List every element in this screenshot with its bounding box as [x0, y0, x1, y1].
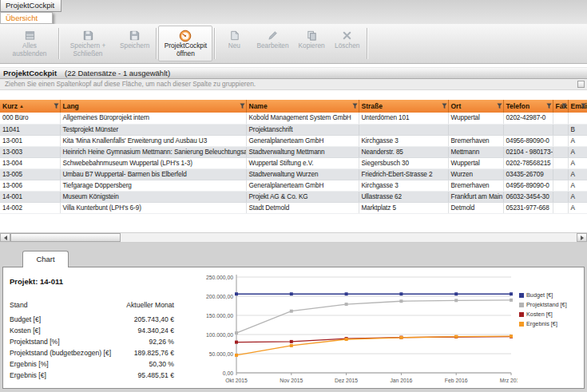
- horizontal-scrollbar[interactable]: [0, 232, 587, 243]
- column-header-kurz[interactable]: Kurz▲: [0, 100, 60, 113]
- cell-strasse: Kirchgasse 3: [359, 135, 448, 146]
- cell-ort: Bremerhaven: [448, 180, 503, 191]
- cell-telefon: 0202-78568215: [503, 157, 553, 168]
- cell-kurz: 14-001: [0, 191, 60, 202]
- table-row[interactable]: 13-001Kita 'Mina Knallenfalls' Erweiteru…: [0, 135, 587, 146]
- column-header-email[interactable]: Email: [568, 100, 587, 113]
- scroll-left-button[interactable]: [0, 233, 10, 242]
- cell-email: A: [568, 191, 587, 202]
- table-row[interactable]: 000 BüroAllgemeines Büroprojekt internKo…: [0, 113, 587, 124]
- toolbar-button-alles-ausblenden: Alles ausblenden: [2, 26, 57, 61]
- column-header-label: Lang: [63, 102, 79, 110]
- stats-label: Ergebnis [€]: [10, 371, 46, 379]
- toolbar-button-label: Bearbeiten: [256, 42, 288, 50]
- table-row[interactable]: 14-001Museum KönigsteinProjekt AG & Co. …: [0, 191, 587, 202]
- cell-ort: Mettmann: [448, 146, 503, 157]
- toolbar-button-l-schen: Löschen: [330, 26, 365, 61]
- cell-telefon: 03435-26709: [503, 168, 553, 180]
- cell-fax: [553, 124, 568, 135]
- cell-name: Stadtverwaltung Mettmann: [246, 146, 359, 157]
- toolbar-separator: [156, 28, 157, 59]
- column-header-name[interactable]: Name: [246, 100, 359, 113]
- cell-ort: Frankfurt am Main: [448, 191, 503, 202]
- toolbar-separator: [367, 28, 367, 59]
- cell-strasse: Marktplatz 5: [359, 202, 448, 213]
- chart-area: 0,0050.000,00100.000,00150.000,00200.000…: [193, 272, 582, 386]
- stats-value: 95.485,51 €: [138, 371, 174, 379]
- cell-ort: Wuppertal: [448, 113, 503, 124]
- toolbar-button-label: ProjektCockpit öffnen: [163, 42, 208, 57]
- toolbar-button-projektcockpit-ffnen[interactable]: ProjektCockpit öffnen: [158, 26, 212, 61]
- column-header-telefon[interactable]: Telefon: [503, 100, 553, 113]
- cell-email: A: [568, 157, 587, 168]
- menu-item-uebersicht[interactable]: Übersicht: [0, 12, 53, 24]
- table-row[interactable]: 13-005Umbau B7 Wuppertal- Barmen bis Elb…: [0, 168, 587, 180]
- cell-telefon: 05231-977-668: [503, 202, 553, 213]
- filter-funnel-icon[interactable]: [54, 103, 59, 109]
- table-row[interactable]: 13-004Schwebebahnmuseum Wuppertal (LPH's…: [0, 157, 587, 168]
- cell-name: Generalplanerteam GmbH: [246, 135, 359, 146]
- toolbar-button-speichern-schlie-en: Speichern + Schließen: [61, 26, 115, 61]
- legend-item: Projektstand [€]: [519, 301, 567, 308]
- save-close-icon: [82, 29, 94, 42]
- filter-funnel-icon[interactable]: [581, 103, 586, 109]
- cell-lang: Museum Königstein: [60, 191, 246, 202]
- filter-funnel-icon[interactable]: [442, 103, 447, 109]
- cell-fax: [553, 191, 568, 202]
- scrollbar-thumb[interactable]: [10, 233, 121, 242]
- projects-grid: Kurz▲LangNameStraßeOrtTelefonFaxEmail 00…: [0, 100, 587, 214]
- column-header-fax[interactable]: Fax: [553, 100, 568, 113]
- filter-funnel-icon[interactable]: [352, 103, 358, 109]
- cell-ort: [448, 124, 503, 135]
- cell-strasse: Kirchgasse 3: [359, 180, 448, 191]
- filter-funnel-icon[interactable]: [561, 103, 567, 109]
- chart-panel: Projekt: 14-011 Stand Aktueller Monat Bu…: [2, 267, 585, 389]
- svg-text:Mrz 2016: Mrz 2016: [500, 378, 518, 383]
- legend-item: Budget [€]: [519, 291, 567, 299]
- column-header-lang[interactable]: Lang: [60, 100, 246, 113]
- cell-telefon: 06032-3454-30: [503, 191, 553, 202]
- stats-header-value: Aktueller Monat: [126, 301, 174, 309]
- tab-chart[interactable]: Chart: [22, 251, 69, 267]
- stats-value: 94.340,24 €: [138, 327, 174, 335]
- cell-lang: Heinrich Heine Gymnasium Mettmann: Sanie…: [60, 146, 246, 157]
- stats-row: Projektstand (budgetbezogen) [€]189.825,…: [10, 347, 174, 358]
- legend-label: Projektstand [€]: [526, 301, 567, 308]
- toolbar-separator: [58, 28, 59, 59]
- cell-name: Stadtverwaltung Wurzen: [246, 168, 359, 180]
- column-header-label: Straße: [362, 102, 383, 110]
- record-count: (22 Datensätze - 1 ausgewählt): [65, 69, 170, 77]
- table-row[interactable]: 13-003Heinrich Heine Gymnasium Mettmann:…: [0, 146, 587, 157]
- cell-email: B: [568, 124, 587, 135]
- svg-text:0,00: 0,00: [223, 370, 233, 376]
- cell-name: Wuppertal Stiftung e.V.: [246, 157, 359, 168]
- legend-label: Kosten [€]: [526, 311, 553, 318]
- table-row[interactable]: 14-002Villa Kunterbunt (LPH's 6-9)Stadt …: [0, 202, 587, 213]
- cell-telefon: 0202-42987-0: [503, 113, 553, 124]
- chart-legend: Budget [€]Projektstand [€]Kosten [€]Erge…: [519, 291, 567, 386]
- legend-item: Kosten [€]: [519, 311, 567, 318]
- grid-options-button[interactable]: [577, 81, 585, 88]
- project-chart: 0,0050.000,00100.000,00150.000,00200.000…: [193, 272, 518, 392]
- filter-funnel-icon[interactable]: [497, 103, 502, 109]
- table-row[interactable]: 13-006Tiefgarage DöppersbergGeneralplane…: [0, 180, 587, 191]
- group-by-panel[interactable]: Ziehen Sie einen Spaltenkopf auf diese F…: [0, 79, 587, 90]
- app-menu-button[interactable]: ProjektCockpit: [0, 0, 61, 12]
- toolbar-button-label: Kopieren: [299, 42, 325, 50]
- filter-funnel-icon[interactable]: [546, 103, 552, 109]
- svg-text:250.000,00: 250.000,00: [206, 275, 233, 280]
- cell-fax: [553, 180, 568, 191]
- cell-kurz: 13-004: [0, 157, 60, 168]
- stats-header-label: Stand: [10, 301, 27, 309]
- menu-bar: ProjektCockpit Übersicht: [0, 0, 587, 24]
- table-row[interactable]: 11041Testprojekt MünsterProjektanschrift…: [0, 124, 587, 135]
- cell-telefon: 02104 - 980173-30: [503, 146, 553, 157]
- column-header-ort[interactable]: Ort: [448, 100, 503, 113]
- cell-fax: [553, 202, 568, 213]
- column-header-stra-e[interactable]: Straße: [359, 100, 448, 113]
- scroll-right-button[interactable]: [577, 233, 587, 242]
- section-title: ProjektCockpit: [3, 69, 57, 77]
- filter-funnel-icon[interactable]: [240, 103, 245, 109]
- toolbar-button-kopieren: Kopieren: [294, 26, 330, 61]
- cell-ort: Bremerhaven: [448, 135, 503, 146]
